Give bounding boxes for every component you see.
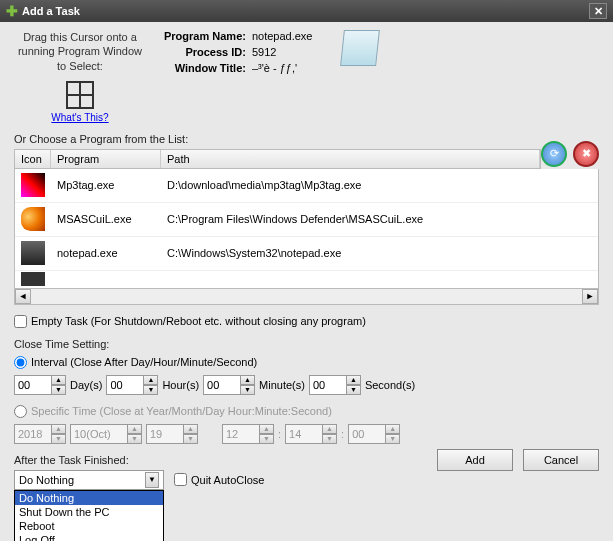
sec-input2[interactable] <box>348 424 386 444</box>
app-icon <box>21 207 45 231</box>
spin-down[interactable]: ▼ <box>323 434 337 444</box>
spin-down[interactable]: ▼ <box>260 434 274 444</box>
day-label: Day(s) <box>70 379 102 391</box>
col-program[interactable]: Program <box>51 150 161 168</box>
dropdown-option[interactable]: Log Off <box>15 533 163 541</box>
chevron-down-icon: ▼ <box>145 472 159 488</box>
specific-radio[interactable]: Specific Time (Close at Year/Month/Day H… <box>14 405 599 418</box>
quit-autoclose-checkbox[interactable]: Quit AutoClose <box>174 473 264 486</box>
notepad-icon <box>341 30 381 66</box>
spin-up[interactable]: ▲ <box>144 375 158 385</box>
dropdown-option[interactable]: Do Nothing <box>15 491 163 505</box>
program-list[interactable]: Mp3tag.exe D:\download\media\mp3tag\Mp3t… <box>14 169 599 289</box>
interval-radio-input[interactable] <box>14 356 27 369</box>
year-input[interactable] <box>14 424 52 444</box>
scroll-track[interactable] <box>31 289 582 304</box>
col-icon[interactable]: Icon <box>15 150 51 168</box>
x-icon: ✖ <box>582 147 591 160</box>
spin-down[interactable]: ▼ <box>347 385 361 395</box>
list-item[interactable]: Mp3tag.exe D:\download\media\mp3tag\Mp3t… <box>15 169 598 203</box>
spin-up[interactable]: ▲ <box>347 375 361 385</box>
window-title: Add a Task <box>22 5 80 17</box>
program-cell: Mp3tag.exe <box>51 179 161 191</box>
spin-down[interactable]: ▼ <box>386 434 400 444</box>
drag-cursor-section: Drag this Cursor onto a running Program … <box>14 30 146 123</box>
spin-down[interactable]: ▼ <box>128 434 142 444</box>
scroll-right-button[interactable]: ► <box>582 289 598 304</box>
path-cell: C:\Program Files\Windows Defender\MSASCu… <box>161 213 598 225</box>
day-input2[interactable] <box>146 424 184 444</box>
scroll-left-button[interactable]: ◄ <box>15 289 31 304</box>
month-spinner[interactable]: ▲▼ <box>70 424 142 444</box>
spin-up[interactable]: ▲ <box>386 424 400 434</box>
second-label: Second(s) <box>365 379 415 391</box>
spin-up[interactable]: ▲ <box>52 375 66 385</box>
hour-input[interactable] <box>106 375 144 395</box>
spin-up[interactable]: ▲ <box>184 424 198 434</box>
list-item[interactable]: MSASCuiL.exe C:\Program Files\Windows De… <box>15 203 598 237</box>
process-id-value: 5912 <box>252 46 313 58</box>
app-icon <box>21 241 45 265</box>
spin-down[interactable]: ▼ <box>144 385 158 395</box>
app-icon <box>21 173 45 197</box>
close-window-button[interactable]: ✕ <box>589 3 607 19</box>
spin-up[interactable]: ▲ <box>323 424 337 434</box>
app-icon <box>21 272 45 286</box>
second-spinner[interactable]: ▲▼ <box>309 375 361 395</box>
col-path[interactable]: Path <box>161 150 540 168</box>
quit-autoclose-input[interactable] <box>174 473 187 486</box>
combo-value: Do Nothing <box>19 474 74 486</box>
add-button[interactable]: Add <box>437 449 513 471</box>
day-spinner[interactable]: ▲▼ <box>14 375 66 395</box>
plus-icon: ✚ <box>6 3 18 19</box>
spin-down[interactable]: ▼ <box>241 385 255 395</box>
list-item[interactable] <box>15 271 598 289</box>
choose-program-label: Or Choose a Program from the List: <box>14 133 599 145</box>
specific-label: Specific Time (Close at Year/Month/Day H… <box>31 405 332 417</box>
year-spinner[interactable]: ▲▼ <box>14 424 66 444</box>
minute-spinner[interactable]: ▲▼ <box>203 375 255 395</box>
program-list-header: Icon Program Path <box>14 149 541 169</box>
empty-task-checkbox[interactable]: Empty Task (For Shutdown/Reboot etc. wit… <box>14 315 599 328</box>
empty-task-input[interactable] <box>14 315 27 328</box>
second-input[interactable] <box>309 375 347 395</box>
after-task-combo[interactable]: Do Nothing ▼ <box>14 470 164 490</box>
day-input[interactable] <box>14 375 52 395</box>
specific-row: ▲▼ ▲▼ ▲▼ ▲▼ : ▲▼ : ▲▼ <box>14 424 599 444</box>
hour-input2[interactable] <box>222 424 260 444</box>
drag-crosshair-icon[interactable] <box>66 81 94 109</box>
titlebar: ✚ Add a Task ✕ <box>0 0 613 22</box>
empty-task-label: Empty Task (For Shutdown/Reboot etc. wit… <box>31 315 366 327</box>
horizontal-scrollbar[interactable]: ◄ ► <box>14 289 599 305</box>
program-name-value: notepad.exe <box>252 30 313 42</box>
program-cell: notepad.exe <box>51 247 161 259</box>
sec-spinner2[interactable]: ▲▼ <box>348 424 400 444</box>
interval-radio[interactable]: Interval (Close After Day/Hour/Minute/Se… <box>14 356 599 369</box>
spin-down[interactable]: ▼ <box>52 385 66 395</box>
specific-radio-input[interactable] <box>14 405 27 418</box>
min-spinner2[interactable]: ▲▼ <box>285 424 337 444</box>
spin-down[interactable]: ▼ <box>52 434 66 444</box>
min-input2[interactable] <box>285 424 323 444</box>
spin-up[interactable]: ▲ <box>260 424 274 434</box>
month-input[interactable] <box>70 424 128 444</box>
spin-up[interactable]: ▲ <box>128 424 142 434</box>
hour-spinner2[interactable]: ▲▼ <box>222 424 274 444</box>
list-item[interactable]: notepad.exe C:\Windows\System32\notepad.… <box>15 237 598 271</box>
day-spinner2[interactable]: ▲▼ <box>146 424 198 444</box>
window-title-value: –³'è - ƒƒ,' <box>252 62 313 74</box>
remove-button[interactable]: ✖ <box>573 141 599 167</box>
dropdown-option[interactable]: Shut Down the PC <box>15 505 163 519</box>
hour-spinner[interactable]: ▲▼ <box>106 375 158 395</box>
minute-label: Minute(s) <box>259 379 305 391</box>
minute-input[interactable] <box>203 375 241 395</box>
spin-up[interactable]: ▲ <box>241 375 255 385</box>
cancel-button[interactable]: Cancel <box>523 449 599 471</box>
hour-label: Hour(s) <box>162 379 199 391</box>
whats-this-link[interactable]: What's This? <box>51 112 108 123</box>
dropdown-option[interactable]: Reboot <box>15 519 163 533</box>
after-task-dropdown[interactable]: Do Nothing Shut Down the PC Reboot Log O… <box>14 490 164 541</box>
spin-up[interactable]: ▲ <box>52 424 66 434</box>
refresh-button[interactable]: ⟳ <box>541 141 567 167</box>
spin-down[interactable]: ▼ <box>184 434 198 444</box>
